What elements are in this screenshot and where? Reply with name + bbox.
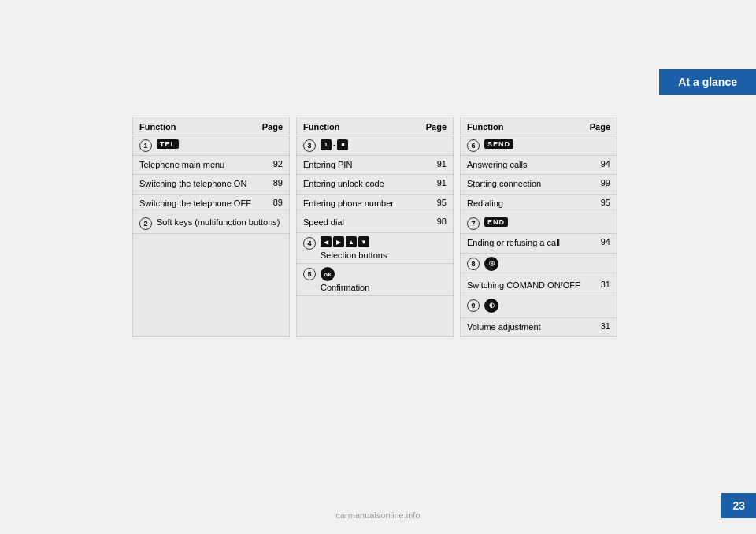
num-9-badge: ■: [337, 139, 348, 150]
row-page: 94: [588, 237, 610, 247]
table-row: Volume adjustment 31: [461, 318, 617, 336]
section-badge-col: 3: [303, 139, 321, 152]
section-content: Ⓑ: [484, 257, 610, 273]
circle-2: 2: [139, 217, 152, 230]
table-row: 4 ◀ ▶ ▲ ▼ Selection buttons: [297, 233, 453, 265]
tel-badge: TEL: [157, 139, 179, 149]
badge-row: SEND: [484, 139, 610, 149]
section-badge-col: 4: [303, 237, 321, 250]
section-content: TEL: [157, 139, 283, 150]
row-page: 99: [588, 178, 610, 187]
watermark: carmanualsonline.info: [335, 510, 420, 520]
page-number-badge: 23: [721, 493, 756, 518]
table-row: Entering phone number 95: [297, 195, 453, 213]
section-content: SEND: [484, 139, 610, 150]
circle-7: 7: [467, 217, 480, 230]
section-badge-col: 7: [467, 217, 484, 230]
table-row: 8 Ⓑ: [461, 254, 617, 276]
table3-header: Function Page: [461, 117, 617, 135]
end-badge: END: [484, 217, 508, 227]
send-badge: SEND: [484, 139, 513, 149]
table-panel-1: Function Page 1 TEL Telephone main menu …: [132, 117, 290, 337]
table2-col-page: Page: [426, 122, 447, 132]
tables-container: Function Page 1 TEL Telephone main menu …: [132, 117, 617, 337]
table3-col-function: Function: [467, 122, 503, 132]
row-text: Soft keys (multifunction buttons): [157, 217, 280, 227]
table-row: 6 SEND: [461, 135, 617, 156]
row-text: Redialing: [467, 198, 588, 210]
row-page: 98: [424, 217, 447, 226]
table-row: Entering PIN 91: [297, 156, 453, 175]
table2-col-function: Function: [303, 122, 339, 132]
row-page: 94: [588, 159, 610, 169]
table-row: Entering unlock code 91: [297, 175, 453, 194]
table-row: Starting connection 99: [461, 175, 617, 194]
table-panel-3: Function Page 6 SEND Answering calls 94 …: [460, 117, 617, 337]
table-row: Switching the telephone ON 89: [133, 175, 289, 194]
dash: -: [333, 140, 335, 149]
section-badge-col: 1: [139, 139, 157, 152]
badge-row: ◐: [484, 299, 610, 313]
confirmation-text: Confirmation: [321, 283, 447, 292]
arrow-down-btn: ▼: [358, 236, 369, 247]
table-row: Switching COMAND ON/OFF 31: [461, 276, 617, 295]
section-badge-col: 9: [467, 299, 484, 312]
section-badge-col: 6: [467, 139, 484, 152]
row-page: 31: [588, 321, 610, 331]
badge-row: ok: [321, 267, 447, 281]
table-row: 5 ok Confirmation: [297, 264, 453, 296]
table-row: 3 1 - ■: [297, 135, 453, 156]
vol-badge: ◐: [484, 299, 498, 313]
table-row: Answering calls 94: [461, 156, 617, 175]
at-a-glance-header: At a glance: [659, 69, 756, 95]
badge-row: ◀ ▶ ▲ ▼: [321, 236, 369, 247]
pwr-badge: Ⓑ: [484, 257, 498, 271]
row-text: Volume adjustment: [467, 321, 588, 333]
section-content: END: [484, 217, 610, 228]
row-text: Entering PIN: [303, 159, 424, 171]
row-page: 31: [588, 280, 610, 289]
badge-row: TEL: [157, 139, 283, 149]
table1-header: Function Page: [133, 117, 289, 135]
row-page: 89: [261, 198, 283, 207]
table1-col-function: Function: [139, 122, 176, 132]
row-page: 91: [424, 159, 447, 169]
table-panel-2: Function Page 3 1 - ■ Entering PIN 91 En…: [296, 117, 454, 337]
section-content: Soft keys (multifunction buttons): [157, 217, 283, 228]
circle-3: 3: [303, 139, 316, 152]
row-text: Speed dial: [303, 217, 424, 228]
arrow-left-btn: ◀: [321, 236, 332, 247]
row-text: Starting connection: [467, 178, 588, 190]
section-content: ◀ ▶ ▲ ▼ Selection buttons: [321, 236, 447, 261]
table-row: Speed dial 98: [297, 213, 453, 232]
badge-row: Ⓑ: [484, 257, 610, 271]
circle-6: 6: [467, 139, 480, 152]
section-content: ◐: [484, 299, 610, 314]
row-text: Switching the telephone OFF: [139, 198, 261, 210]
row-text: Switching COMAND ON/OFF: [467, 280, 588, 291]
table-row: Ending or refusing a call 94: [461, 234, 617, 253]
row-text: Entering phone number: [303, 198, 424, 210]
section-badge-col: 8: [467, 258, 484, 270]
table-row: 1 TEL: [133, 135, 289, 156]
table3-col-page: Page: [590, 122, 610, 132]
circle-1: 1: [139, 139, 152, 152]
badge-row: 1 - ■: [321, 139, 348, 150]
badge-row: END: [484, 217, 610, 227]
row-page: 91: [424, 178, 447, 187]
circle-4: 4: [303, 237, 316, 250]
section-badge-col: 5: [303, 268, 321, 280]
table-row: Redialing 95: [461, 195, 617, 213]
section-content: 1 - ■: [321, 139, 447, 152]
table2-header: Function Page: [297, 117, 453, 135]
circle-5: 5: [303, 268, 316, 280]
table-row: Switching the telephone OFF 89: [133, 195, 289, 213]
row-text: Switching the telephone ON: [139, 178, 261, 190]
table1-col-page: Page: [262, 122, 283, 132]
section-badge-col: 2: [139, 217, 157, 230]
row-text: Entering unlock code: [303, 178, 424, 190]
row-text: Answering calls: [467, 159, 588, 171]
circle-8: 8: [467, 258, 480, 270]
arrow-up-btn: ▲: [346, 236, 357, 247]
row-page: 95: [424, 198, 447, 207]
